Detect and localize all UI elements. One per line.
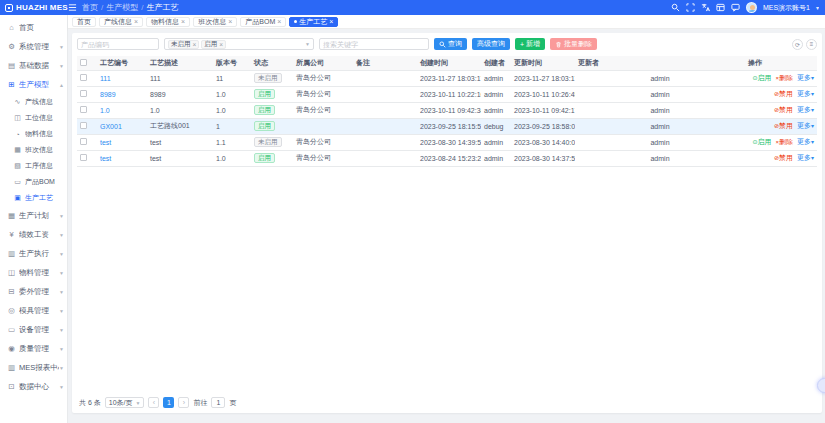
sidebar-item-系统管理[interactable]: ⚙系统管理▼ xyxy=(0,37,67,56)
row-checkbox[interactable] xyxy=(80,74,87,81)
more-action-link[interactable]: 更多▾ xyxy=(797,138,814,145)
tab-close-icon[interactable]: × xyxy=(181,18,185,25)
updated-by-cell: admin xyxy=(575,118,745,134)
tab-close-icon[interactable]: × xyxy=(277,18,281,25)
updated-at-cell: 2023-10-11 10:26:45 xyxy=(511,86,575,102)
row-checkbox[interactable] xyxy=(80,154,87,161)
status-filter-select[interactable]: 未启用×启用× ▼ xyxy=(164,38,314,50)
more-action-link[interactable]: 更多▾ xyxy=(797,122,814,129)
sidebar-item-数据中心[interactable]: ⊡数据中心▼ xyxy=(0,377,67,396)
sidebar-subitem-生产工艺[interactable]: ▣生产工艺 xyxy=(0,190,67,206)
search-button[interactable]: 查询 xyxy=(434,38,467,50)
more-action-link[interactable]: 更多▾ xyxy=(797,106,814,113)
sidebar-subitem-工位信息[interactable]: ◫工位信息 xyxy=(0,110,67,126)
sidebar-subitem-工序信息[interactable]: ▧工序信息 xyxy=(0,158,67,174)
floating-helper-button[interactable] xyxy=(817,378,825,393)
tab-产品BOM[interactable]: 产品BOM× xyxy=(240,17,286,27)
username[interactable]: MES演示账号1 xyxy=(763,3,810,13)
sidebar-subitem-物料信息[interactable]: ◔物料信息 xyxy=(0,126,67,142)
craft-code-link[interactable]: test xyxy=(100,155,111,162)
sidebar-item-模具管理[interactable]: ◎模具管理▼ xyxy=(0,301,67,320)
disable-action-link[interactable]: ⊘禁用 xyxy=(774,154,793,161)
craft-code-link[interactable]: test xyxy=(100,139,111,146)
craft-code-link[interactable]: GX001 xyxy=(100,123,122,130)
enable-action-link[interactable]: ⊙启用 xyxy=(752,74,771,81)
more-action-link[interactable]: 更多▾ xyxy=(797,90,814,97)
created-by-cell: admin xyxy=(481,70,511,86)
refresh-icon[interactable]: ⟳ xyxy=(792,39,803,50)
select-all-checkbox[interactable] xyxy=(80,59,87,66)
add-button[interactable]: + 新增 xyxy=(515,38,545,50)
fullscreen-icon[interactable] xyxy=(686,3,695,12)
chevron-down-icon: ▼ xyxy=(59,327,64,333)
tab-产线信息[interactable]: 产线信息× xyxy=(99,17,143,27)
table-body: 11111111未启用青岛分公司2023-11-27 18:03:17admin… xyxy=(77,70,817,166)
layout-icon[interactable] xyxy=(716,3,725,12)
sidebar-item-生产执行[interactable]: ▥生产执行▼ xyxy=(0,244,67,263)
status-filter-tag[interactable]: 未启用× xyxy=(168,40,199,49)
batch-delete-button[interactable]: 批量删除 xyxy=(550,38,597,50)
delete-action-link[interactable]: ×删除 xyxy=(775,74,793,81)
keyword-input[interactable] xyxy=(319,38,429,50)
disable-action-link[interactable]: ⊘禁用 xyxy=(774,122,793,129)
language-icon[interactable] xyxy=(701,3,710,12)
column-header-更新者: 更新者 xyxy=(575,56,745,70)
tab-close-icon[interactable]: × xyxy=(228,18,232,25)
tab-生产工艺[interactable]: 生产工艺× xyxy=(289,17,338,27)
sidebar-item-质量管理[interactable]: ◉质量管理▼ xyxy=(0,339,67,358)
disable-action-link[interactable]: ⊘禁用 xyxy=(774,90,793,97)
product-code-input[interactable] xyxy=(77,38,159,50)
tab-close-icon[interactable]: × xyxy=(134,18,138,25)
sidebar-item-基础数据[interactable]: ▤基础数据▼ xyxy=(0,56,67,75)
goto-page-input[interactable] xyxy=(211,397,225,408)
row-checkbox[interactable] xyxy=(80,138,87,145)
enable-action-link[interactable]: ⊙启用 xyxy=(752,138,771,145)
row-checkbox[interactable] xyxy=(80,122,87,129)
sidebar-item-绩效工资[interactable]: ¥绩效工资▼ xyxy=(0,225,67,244)
sidebar-item-物料管理[interactable]: ◫物料管理▼ xyxy=(0,263,67,282)
craft-code-link[interactable]: 1.0 xyxy=(100,107,110,114)
advanced-search-button[interactable]: 高级查询 xyxy=(472,38,510,50)
tab-班次信息[interactable]: 班次信息× xyxy=(193,17,237,27)
sidebar-item-MES报表中心[interactable]: ▥MES报表中心▼ xyxy=(0,358,67,377)
more-action-link[interactable]: 更多▾ xyxy=(797,74,814,81)
sidebar-item-委外管理[interactable]: ⊟委外管理▼ xyxy=(0,282,67,301)
status-filter-tag[interactable]: 启用× xyxy=(201,40,226,49)
tab-close-icon[interactable]: × xyxy=(329,18,333,25)
row-checkbox[interactable] xyxy=(80,106,87,113)
sidebar-item-生产模型[interactable]: ⊞生产模型▲ xyxy=(0,75,67,94)
row-checkbox[interactable] xyxy=(80,90,87,97)
hamburger-icon[interactable] xyxy=(68,3,77,12)
sidebar-item-生产计划[interactable]: ▦生产计划▼ xyxy=(0,206,67,225)
next-page-button[interactable]: › xyxy=(178,397,189,408)
craft-code-link[interactable]: 111 xyxy=(100,75,111,82)
more-action-link[interactable]: 更多▾ xyxy=(797,154,814,161)
status-badge: 启用 xyxy=(254,105,275,115)
sidebar-item-首页[interactable]: ⌂首页 xyxy=(0,18,67,37)
sidebar-subitem-产品BOM[interactable]: ▭产品BOM xyxy=(0,174,67,190)
tag-remove-icon[interactable]: × xyxy=(219,41,223,48)
created-by-cell: debug xyxy=(481,118,511,134)
status-cell: 启用 xyxy=(251,150,293,166)
prev-page-button[interactable]: ‹ xyxy=(148,397,159,408)
sidebar-subitem-产线信息[interactable]: ∿产线信息 xyxy=(0,94,67,110)
message-icon[interactable] xyxy=(731,3,740,12)
breadcrumb-item[interactable]: 生产工艺 xyxy=(146,2,178,13)
sidebar-subitem-班次信息[interactable]: ▦班次信息 xyxy=(0,142,67,158)
craft-code-link[interactable]: 8989 xyxy=(100,91,116,98)
page-number-current[interactable]: 1 xyxy=(163,397,174,408)
disable-action-link[interactable]: ⊘禁用 xyxy=(774,106,793,113)
batch-delete-label: 批量删除 xyxy=(564,39,592,49)
column-settings-icon[interactable]: ≡ xyxy=(806,39,817,50)
tab-首页[interactable]: 首页 xyxy=(72,17,96,27)
avatar[interactable] xyxy=(746,2,757,13)
sidebar-item-设备管理[interactable]: ▭设备管理▼ xyxy=(0,320,67,339)
search-icon[interactable] xyxy=(671,3,680,12)
delete-action-link[interactable]: ×删除 xyxy=(775,138,793,145)
row-select-cell xyxy=(77,102,97,118)
tab-物料信息[interactable]: 物料信息× xyxy=(146,17,190,27)
breadcrumb-item[interactable]: 首页 xyxy=(82,2,98,13)
page-size-select[interactable]: 10条/页 ▼ xyxy=(105,397,145,408)
breadcrumb-item[interactable]: 生产模型 xyxy=(106,2,138,13)
tag-remove-icon[interactable]: × xyxy=(193,41,197,48)
